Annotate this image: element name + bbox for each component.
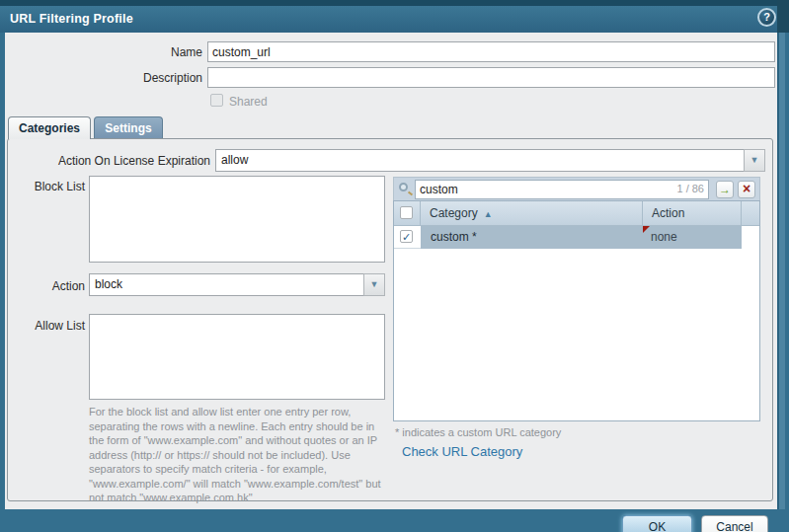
name-input[interactable]: [207, 41, 775, 62]
dialog-titlebar: URL Filtering Profile ?: [0, 6, 789, 33]
dialog-title: URL Filtering Profile: [10, 12, 133, 26]
categories-tab-panel: [7, 138, 773, 501]
name-label: Name: [59, 45, 202, 59]
tab-categories[interactable]: Categories: [8, 116, 91, 139]
shared-label: Shared: [229, 95, 268, 109]
description-input[interactable]: [207, 67, 775, 88]
window-right-corner: [777, 0, 789, 33]
cancel-button[interactable]: Cancel: [701, 515, 768, 532]
help-icon[interactable]: ?: [757, 8, 776, 27]
vertical-scrollbar[interactable]: [777, 33, 789, 509]
shared-checkbox[interactable]: [210, 94, 223, 107]
tab-settings[interactable]: Settings: [94, 116, 163, 138]
ok-button[interactable]: OK: [622, 515, 692, 532]
description-label: Description: [59, 71, 202, 85]
dialog-left-border: [0, 33, 5, 509]
